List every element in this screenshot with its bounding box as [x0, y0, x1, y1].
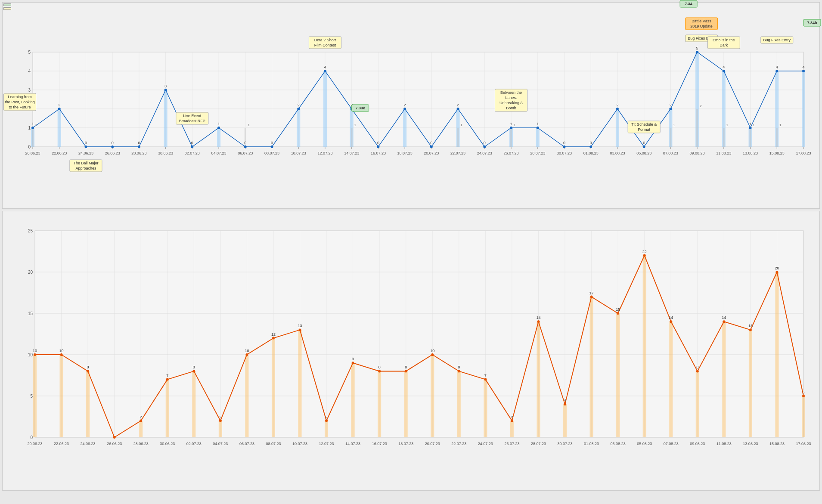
- svg-text:13.08.23: 13.08.23: [743, 442, 758, 446]
- svg-text:06.07.23: 06.07.23: [239, 442, 254, 446]
- svg-text:7.34: 7.34: [685, 2, 692, 6]
- svg-text:12.07.23: 12.07.23: [317, 151, 332, 155]
- svg-text:14.07.23: 14.07.23: [345, 442, 360, 446]
- svg-text:10.07.23: 10.07.23: [292, 442, 307, 446]
- svg-text:15.08.23: 15.08.23: [769, 442, 785, 446]
- svg-text:4: 4: [802, 65, 804, 69]
- svg-text:2: 2: [670, 103, 672, 107]
- svg-text:4: 4: [324, 65, 326, 69]
- svg-text:0: 0: [484, 141, 486, 145]
- svg-text:2: 2: [326, 415, 328, 419]
- svg-text:16.07.23: 16.07.23: [372, 442, 387, 446]
- svg-text:TI: Schedule &: TI: Schedule &: [631, 122, 657, 127]
- svg-text:2: 2: [219, 415, 221, 419]
- svg-point-183: [723, 70, 725, 72]
- svg-text:16.07.23: 16.07.23: [371, 151, 386, 155]
- svg-point-143: [191, 145, 193, 148]
- svg-point-375: [511, 420, 513, 422]
- chart1-area: 01234520.06.2322.06.2324.06.2326.06.2328…: [20, 9, 815, 169]
- svg-point-391: [723, 320, 725, 323]
- svg-text:04.07.23: 04.07.23: [213, 442, 228, 446]
- svg-rect-313: [86, 371, 90, 437]
- svg-text:04.07.23: 04.07.23: [211, 151, 226, 155]
- svg-text:30.07.23: 30.07.23: [557, 151, 572, 155]
- svg-text:20.07.23: 20.07.23: [425, 442, 440, 446]
- svg-text:13: 13: [298, 324, 302, 328]
- svg-text:Bug Fixes Entry: Bug Fixes Entry: [763, 38, 791, 42]
- svg-text:Between the: Between the: [500, 90, 522, 95]
- svg-rect-322: [351, 363, 355, 437]
- svg-text:8: 8: [458, 365, 460, 369]
- svg-rect-108: [323, 71, 327, 147]
- svg-point-161: [430, 145, 433, 148]
- svg-rect-325: [431, 355, 434, 437]
- svg-text:10: 10: [430, 349, 434, 353]
- svg-point-351: [192, 370, 195, 372]
- svg-text:12: 12: [271, 332, 276, 337]
- svg-text:5: 5: [28, 50, 31, 55]
- svg-text:1: 1: [248, 123, 250, 127]
- svg-point-153: [324, 70, 326, 72]
- svg-point-145: [217, 127, 220, 129]
- svg-text:24.06.23: 24.06.23: [78, 151, 93, 155]
- svg-text:05.08.23: 05.08.23: [637, 442, 652, 446]
- svg-text:10: 10: [245, 349, 249, 353]
- svg-rect-120: [802, 71, 805, 147]
- svg-text:5: 5: [696, 46, 698, 50]
- svg-text:20.07.23: 20.07.23: [424, 151, 439, 155]
- svg-rect-320: [298, 330, 302, 437]
- svg-text:02.07.23: 02.07.23: [186, 442, 202, 446]
- svg-text:1: 1: [537, 122, 539, 126]
- svg-point-165: [483, 145, 486, 148]
- svg-text:Battle Pass: Battle Pass: [692, 19, 711, 23]
- legend-blog[interactable]: [3, 7, 11, 10]
- svg-text:1: 1: [35, 123, 37, 127]
- svg-text:24.07.23: 24.07.23: [477, 151, 492, 155]
- svg-point-157: [377, 145, 379, 148]
- svg-point-171: [563, 145, 565, 148]
- svg-point-133: [58, 108, 61, 110]
- svg-point-385: [643, 254, 646, 257]
- svg-point-147: [244, 145, 247, 148]
- svg-text:Broadcast RFP: Broadcast RFP: [179, 119, 205, 123]
- svg-text:0: 0: [271, 141, 273, 145]
- svg-text:9: 9: [352, 357, 354, 361]
- svg-text:14: 14: [536, 315, 540, 320]
- svg-text:1: 1: [673, 123, 675, 127]
- svg-text:Learning from: Learning from: [8, 95, 32, 99]
- svg-text:Format: Format: [638, 127, 650, 132]
- svg-rect-314: [139, 421, 143, 437]
- svg-text:14: 14: [669, 315, 673, 320]
- svg-text:1: 1: [31, 122, 34, 126]
- svg-rect-104: [58, 109, 61, 147]
- svg-text:10: 10: [28, 352, 33, 357]
- svg-text:28.06.23: 28.06.23: [133, 442, 149, 446]
- svg-text:Approaches: Approaches: [75, 166, 96, 170]
- svg-rect-328: [510, 421, 514, 437]
- svg-point-346: [113, 436, 116, 439]
- svg-text:8: 8: [405, 365, 407, 369]
- svg-text:7.34b: 7.34b: [807, 21, 817, 25]
- svg-text:30.07.23: 30.07.23: [558, 442, 573, 446]
- svg-point-340: [34, 353, 36, 356]
- legend-patches[interactable]: [3, 3, 11, 6]
- svg-text:08.07.23: 08.07.23: [264, 151, 279, 155]
- svg-point-355: [245, 353, 248, 356]
- svg-rect-338: [775, 272, 779, 437]
- svg-rect-127: [696, 109, 698, 147]
- svg-rect-316: [192, 371, 195, 437]
- svg-text:2: 2: [58, 103, 60, 107]
- svg-point-131: [31, 127, 34, 129]
- svg-point-159: [403, 108, 406, 110]
- svg-text:22: 22: [642, 250, 647, 254]
- svg-text:The Bali Major: The Bali Major: [73, 161, 98, 165]
- svg-rect-333: [643, 256, 646, 437]
- svg-point-369: [431, 353, 434, 356]
- svg-rect-319: [272, 338, 275, 437]
- svg-point-163: [457, 108, 459, 110]
- svg-text:Live Event: Live Event: [183, 114, 202, 118]
- svg-text:07.08.23: 07.08.23: [664, 442, 679, 446]
- svg-text:09.08.23: 09.08.23: [690, 442, 705, 446]
- svg-text:10: 10: [59, 349, 64, 353]
- svg-text:3: 3: [164, 84, 167, 88]
